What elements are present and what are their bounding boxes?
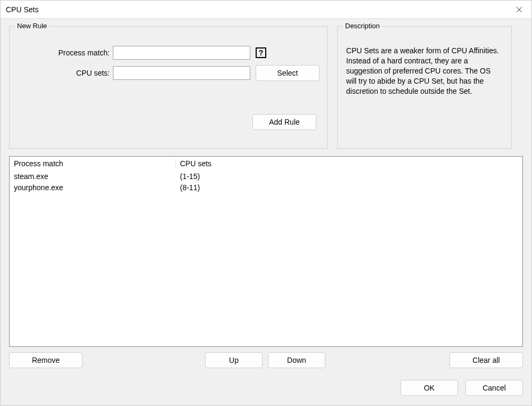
titlebar: CPU Sets	[1, 1, 531, 19]
close-button[interactable]	[507, 1, 531, 19]
column-header-cpusets[interactable]: CPU sets	[176, 159, 522, 168]
close-icon	[516, 6, 522, 13]
up-button[interactable]: Up	[205, 352, 263, 368]
spacer	[331, 352, 444, 368]
content-area: New Rule Process match: ? CPU sets: Sele…	[1, 19, 531, 405]
cell-process: yourphone.exe	[10, 183, 176, 192]
process-match-label: Process match:	[17, 48, 113, 57]
new-rule-legend: New Rule	[15, 22, 49, 30]
table-buttons-row: Remove Up Down Clear all	[9, 352, 523, 368]
add-rule-button[interactable]: Add Rule	[252, 114, 316, 130]
table-row[interactable]: yourphone.exe (8-11)	[10, 182, 522, 193]
process-match-row: Process match: ?	[17, 46, 320, 60]
remove-button[interactable]: Remove	[9, 352, 83, 368]
rules-table: Process match CPU sets steam.exe (1-15) …	[9, 156, 523, 347]
help-icon[interactable]: ?	[256, 47, 266, 58]
dialog-window: CPU Sets New Rule Process match: ?	[0, 0, 532, 406]
dialog-buttons-row: OK Cancel	[9, 380, 523, 396]
down-button[interactable]: Down	[268, 352, 325, 368]
spacer	[88, 352, 200, 368]
table-body: steam.exe (1-15) yourphone.exe (8-11)	[10, 171, 522, 346]
new-rule-groupbox: New Rule Process match: ? CPU sets: Sele…	[9, 26, 328, 149]
description-legend: Description	[343, 22, 382, 30]
ok-button[interactable]: OK	[400, 380, 458, 396]
cell-cpusets: (1-15)	[176, 172, 522, 181]
process-match-input[interactable]	[113, 46, 250, 60]
cpu-sets-input[interactable]	[113, 66, 250, 80]
help-glyph: ?	[259, 48, 264, 57]
clear-all-button[interactable]: Clear all	[449, 352, 523, 368]
cpu-sets-label: CPU sets:	[17, 69, 113, 77]
cell-process: steam.exe	[10, 172, 176, 181]
select-button[interactable]: Select	[256, 65, 320, 81]
column-header-process[interactable]: Process match	[10, 159, 176, 168]
description-groupbox: Description CPU Sets are a weaker form o…	[337, 26, 512, 149]
top-row: New Rule Process match: ? CPU sets: Sele…	[9, 26, 523, 149]
cpu-sets-row: CPU sets: Select	[17, 65, 320, 81]
description-text: CPU Sets are a weaker form of CPU Affini…	[345, 36, 504, 98]
cancel-button[interactable]: Cancel	[465, 380, 523, 396]
table-header: Process match CPU sets	[10, 157, 522, 171]
table-row[interactable]: steam.exe (1-15)	[10, 171, 522, 182]
cell-cpusets: (8-11)	[176, 183, 522, 192]
window-title: CPU Sets	[6, 5, 507, 14]
add-rule-row: Add Rule	[17, 114, 320, 130]
